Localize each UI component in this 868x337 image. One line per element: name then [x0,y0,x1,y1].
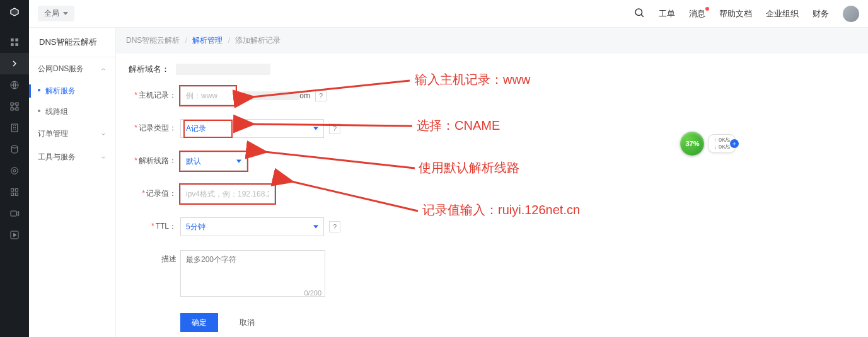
svg-rect-16 [11,193,14,195]
chevron-down-icon [313,127,318,130]
domain-label: 解析域名： [129,64,170,75]
crumb-current: 添加解析记录 [235,36,281,45]
svg-point-13 [13,169,16,172]
host-record-input[interactable] [180,86,236,105]
ttl-select[interactable]: 5分钟 [180,217,324,236]
sidebar-item-line-group[interactable]: 线路组 [29,101,115,122]
panel-title: DNS智能云解析 [29,28,115,57]
rail-video-icon[interactable] [0,203,29,224]
search-icon[interactable] [634,7,645,20]
svg-rect-15 [15,189,18,191]
svg-marker-0 [11,8,18,16]
svg-marker-21 [14,233,16,236]
group-orders[interactable]: 订单管理 [29,122,115,146]
host-suffix: .om [241,91,310,101]
network-monitor-widget[interactable]: 37% ↑0K/s ↓0K/s + [680,132,736,156]
breadcrumb: DNS智能云解析 / 解析管理 / 添加解析记录 [116,28,868,54]
svg-rect-1 [11,38,14,42]
domain-value-mask [176,64,270,75]
sidebar-item-resolve[interactable]: 解析服务 [29,81,115,101]
chevron-down-icon [100,154,107,161]
top-header: 全局 工单 消息 帮助文档 企业组织 财务 [29,0,868,28]
help-icon[interactable]: ? [329,123,340,134]
nav-docs[interactable]: 帮助文档 [719,8,752,20]
svg-rect-10 [11,124,17,132]
logo-icon [6,4,23,20]
svg-rect-4 [15,43,18,46]
nav-messages[interactable]: 消息 [689,8,705,20]
rail-target-icon[interactable] [0,160,29,181]
rail-play-icon[interactable] [0,224,29,246]
rail-nodes-icon[interactable] [0,96,29,117]
group-tools[interactable]: 工具与服务 [29,146,115,169]
record-value-input[interactable] [180,185,275,203]
left-rail [0,0,29,337]
net-percent: 37% [680,132,704,156]
svg-point-12 [11,168,18,174]
svg-rect-8 [11,108,13,110]
cancel-button[interactable]: 取消 [228,313,266,332]
svg-rect-2 [15,38,18,42]
line-select[interactable]: 默认 [180,152,247,171]
region-label: 全局 [44,8,59,19]
main-area: DNS智能云解析 / 解析管理 / 添加解析记录 解析域名： *主机记录： .o… [116,28,868,337]
help-icon[interactable]: ? [315,90,327,101]
chevron-down-icon [313,226,318,229]
svg-rect-7 [16,103,18,105]
svg-rect-3 [11,43,14,46]
svg-line-23 [641,14,644,17]
chevron-down-icon [236,160,241,163]
rail-grid-icon[interactable] [0,31,29,53]
svg-rect-14 [11,189,14,191]
ok-button[interactable]: 确定 [180,313,218,332]
svg-rect-9 [16,108,18,110]
svg-rect-6 [11,103,13,105]
chevron-down-icon [63,12,68,15]
record-type-select[interactable]: A记录 [180,119,324,138]
region-selector[interactable]: 全局 [38,6,74,21]
svg-rect-17 [15,193,18,195]
rail-globe-icon[interactable] [0,74,29,96]
group-public-dns[interactable]: 公网DNS服务 [29,57,115,81]
form-card: 解析域名： *主机记录： .om ? *记录类型： A记录 ? [116,54,868,337]
crumb-root: DNS智能云解析 [126,36,180,45]
plus-icon[interactable]: + [730,139,739,148]
nav-org[interactable]: 企业组织 [766,8,799,20]
rail-apps-icon[interactable] [0,181,29,203]
rail-building-icon[interactable] [0,117,29,139]
crumb-link[interactable]: 解析管理 [192,36,223,45]
net-stats: ↑0K/s ↓0K/s + [708,134,736,153]
rail-db-icon[interactable] [0,139,29,160]
side-panel: DNS智能云解析 公网DNS服务 解析服务 线路组 订单管理 工具与服务 [29,28,116,337]
avatar[interactable] [843,6,859,22]
char-counter: 0/200 [304,289,321,297]
help-icon[interactable]: ? [329,221,340,232]
svg-point-11 [11,146,17,148]
badge-dot [705,7,709,11]
nav-finance[interactable]: 财务 [813,8,829,20]
rail-arrow-icon[interactable] [0,53,29,74]
chevron-up-icon [100,66,107,72]
svg-rect-18 [11,211,16,216]
chevron-down-icon [100,131,107,137]
nav-workorder[interactable]: 工单 [659,8,675,20]
svg-point-22 [635,9,642,16]
